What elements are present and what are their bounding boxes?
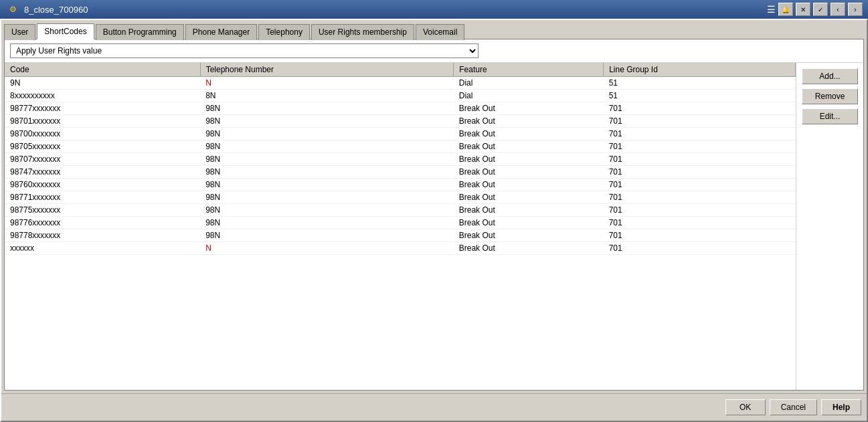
- tab-telephony[interactable]: Telephony: [258, 24, 310, 40]
- table-row[interactable]: 8xxxxxxxxxx8NDial51: [5, 90, 796, 102]
- table-row[interactable]: 98777xxxxxxx98NBreak Out701: [5, 102, 796, 115]
- cell-telephone: 98N: [200, 166, 454, 179]
- title-bar-title: 8_close_700960: [24, 5, 88, 15]
- cell-code: 98705xxxxxxx: [5, 140, 200, 153]
- menu-icon: ☰: [767, 4, 776, 15]
- table-header-row: CodeTelephone NumberFeatureLine Group Id: [5, 63, 796, 77]
- table-row[interactable]: xxxxxxNBreak Out701: [5, 242, 796, 255]
- cell-telephone: 98N: [200, 115, 454, 128]
- cell-feature: Break Out: [454, 166, 604, 179]
- cell-telephone: 98N: [200, 128, 454, 140]
- table-row[interactable]: 98778xxxxxxx98NBreak Out701: [5, 229, 796, 242]
- cell-telephone: 8N: [200, 90, 454, 102]
- cell-code: 98701xxxxxxx: [5, 115, 200, 128]
- table-row[interactable]: 98700xxxxxxx98NBreak Out701: [5, 128, 796, 140]
- table-header: CodeTelephone NumberFeatureLine Group Id: [5, 63, 796, 77]
- back-button[interactable]: ‹: [831, 3, 845, 16]
- cell-line-group-id: 701: [604, 191, 796, 204]
- cell-telephone: 98N: [200, 140, 454, 153]
- tab-user-rights[interactable]: User Rights membership: [311, 24, 414, 40]
- add-button[interactable]: Add...: [802, 68, 858, 84]
- tabs-bar: UserShortCodesButton ProgrammingPhone Ma…: [1, 20, 867, 39]
- help-button[interactable]: Help: [821, 399, 861, 415]
- cell-line-group-id: 701: [604, 128, 796, 140]
- title-bar-controls: ☰ 🔔 ✕ ✓ ‹ ›: [767, 3, 863, 16]
- cell-code: 98771xxxxxxx: [5, 191, 200, 204]
- col-feature: Feature: [454, 63, 604, 77]
- forward-button[interactable]: ›: [848, 3, 863, 16]
- table-row[interactable]: 9NNDial51: [5, 77, 796, 90]
- table-area: CodeTelephone NumberFeatureLine Group Id…: [5, 63, 796, 390]
- cell-code: 98700xxxxxxx: [5, 128, 200, 140]
- col-telephone-number: Telephone Number: [200, 63, 454, 77]
- cell-line-group-id: 701: [604, 102, 796, 115]
- cell-line-group-id: 701: [604, 153, 796, 166]
- col-code: Code: [5, 63, 200, 77]
- title-bar-left: ⚙ 8_close_700960: [5, 3, 88, 16]
- cell-line-group-id: 701: [604, 204, 796, 217]
- cell-line-group-id: 701: [604, 229, 796, 242]
- buttons-panel: Add... Remove Edit...: [796, 63, 863, 390]
- cell-line-group-id: 701: [604, 217, 796, 229]
- table-body: 9NNDial518xxxxxxxxxx8NDial5198777xxxxxxx…: [5, 77, 796, 255]
- cell-code: 98747xxxxxxx: [5, 166, 200, 179]
- cell-telephone: 98N: [200, 204, 454, 217]
- cell-feature: Break Out: [454, 179, 604, 191]
- cancel-button[interactable]: Cancel: [770, 399, 817, 415]
- cell-line-group-id: 701: [604, 115, 796, 128]
- cell-telephone: 98N: [200, 229, 454, 242]
- check-button[interactable]: ✓: [813, 3, 828, 16]
- cell-code: xxxxxx: [5, 242, 200, 255]
- tab-shortcodes[interactable]: ShortCodes: [37, 23, 94, 39]
- close-button[interactable]: ✕: [796, 3, 810, 16]
- cell-feature: Break Out: [454, 102, 604, 115]
- table-row[interactable]: 98705xxxxxxx98NBreak Out701: [5, 140, 796, 153]
- tab-button-programming[interactable]: Button Programming: [96, 24, 184, 40]
- cell-feature: Break Out: [454, 115, 604, 128]
- main-window: UserShortCodesButton ProgrammingPhone Ma…: [0, 19, 868, 422]
- edit-button[interactable]: Edit...: [802, 108, 858, 124]
- cell-line-group-id: 701: [604, 140, 796, 153]
- content-area: CodeTelephone NumberFeatureLine Group Id…: [5, 63, 863, 390]
- cell-telephone: 98N: [200, 191, 454, 204]
- user-rights-dropdown[interactable]: Apply User Rights value: [10, 43, 479, 58]
- table-row[interactable]: 98771xxxxxxx98NBreak Out701: [5, 191, 796, 204]
- cell-telephone: N: [200, 77, 454, 90]
- cell-feature: Break Out: [454, 217, 604, 229]
- table-row[interactable]: 98747xxxxxxx98NBreak Out701: [5, 166, 796, 179]
- tab-phone-manager[interactable]: Phone Manager: [185, 24, 257, 40]
- table-row[interactable]: 98776xxxxxxx98NBreak Out701: [5, 217, 796, 229]
- cell-code: 98707xxxxxxx: [5, 153, 200, 166]
- title-bar: ⚙ 8_close_700960 ☰ 🔔 ✕ ✓ ‹ ›: [0, 0, 868, 19]
- ok-button[interactable]: OK: [725, 399, 766, 415]
- cell-telephone: 98N: [200, 102, 454, 115]
- cell-telephone: 98N: [200, 153, 454, 166]
- cell-feature: Break Out: [454, 153, 604, 166]
- cell-code: 98777xxxxxxx: [5, 102, 200, 115]
- col-line-group-id: Line Group Id: [604, 63, 796, 77]
- dropdown-row: Apply User Rights value: [5, 39, 863, 63]
- cell-feature: Break Out: [454, 242, 604, 255]
- cell-feature: Break Out: [454, 128, 604, 140]
- app-icon: ⚙: [5, 3, 20, 16]
- table-row[interactable]: 98760xxxxxxx98NBreak Out701: [5, 179, 796, 191]
- tab-voicemail[interactable]: Voicemail: [416, 24, 464, 40]
- cell-line-group-id: 701: [604, 179, 796, 191]
- footer: OK Cancel Help: [1, 393, 867, 421]
- bell-button[interactable]: 🔔: [778, 3, 793, 16]
- cell-code: 98778xxxxxxx: [5, 229, 200, 242]
- cell-telephone: N: [200, 242, 454, 255]
- remove-button[interactable]: Remove: [802, 88, 858, 104]
- cell-code: 98776xxxxxxx: [5, 217, 200, 229]
- tab-content: Apply User Rights value CodeTelephone Nu…: [4, 39, 864, 391]
- table-row[interactable]: 98701xxxxxxx98NBreak Out701: [5, 115, 796, 128]
- table-row[interactable]: 98775xxxxxxx98NBreak Out701: [5, 204, 796, 217]
- cell-feature: Break Out: [454, 140, 604, 153]
- cell-line-group-id: 51: [604, 77, 796, 90]
- cell-feature: Break Out: [454, 191, 604, 204]
- tab-user[interactable]: User: [4, 24, 35, 40]
- shortcodes-table: CodeTelephone NumberFeatureLine Group Id…: [5, 63, 796, 255]
- table-row[interactable]: 98707xxxxxxx98NBreak Out701: [5, 153, 796, 166]
- cell-code: 8xxxxxxxxxx: [5, 90, 200, 102]
- cell-feature: Dial: [454, 90, 604, 102]
